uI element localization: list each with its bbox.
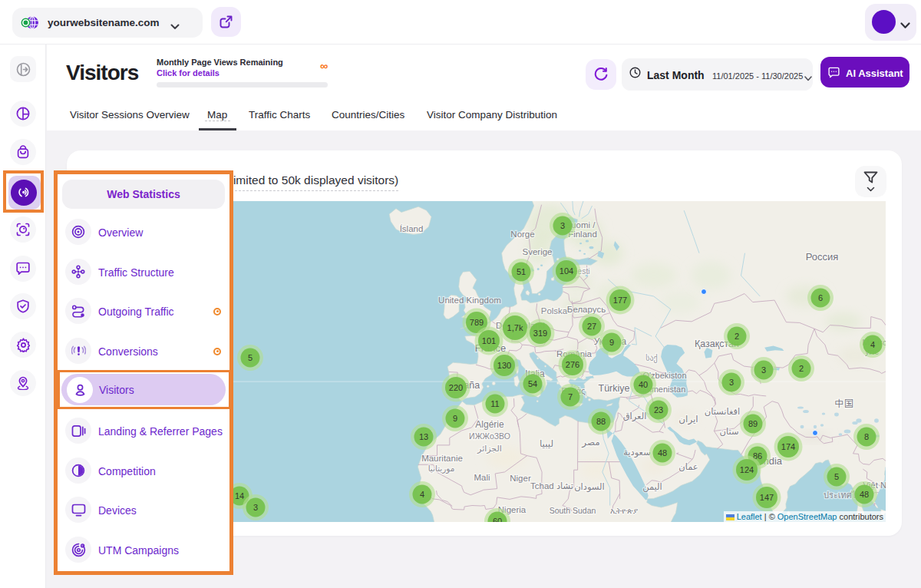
svg-text:افغانستان: افغانستان — [705, 407, 741, 417]
svg-text:101: 101 — [482, 336, 496, 345]
svg-text:789: 789 — [470, 318, 484, 327]
svg-text:مصر: مصر — [581, 437, 599, 448]
svg-text:88: 88 — [596, 417, 606, 426]
svg-text:United Kingdom: United Kingdom — [438, 296, 501, 305]
svg-text:ኢትዮጵያ: ኢትዮጵያ — [610, 506, 638, 515]
svg-text:48: 48 — [860, 490, 869, 499]
svg-text:ستان: ستان — [719, 427, 738, 437]
svg-text:Algérie: Algérie — [475, 419, 504, 430]
svg-text:1,7k: 1,7k — [507, 323, 523, 332]
svg-text:South Sudan: South Sudan — [550, 506, 596, 515]
svg-text:موريتانيا: موريتانيا — [428, 464, 455, 474]
svg-text:عمان: عمان — [678, 462, 698, 472]
svg-text:89: 89 — [748, 419, 758, 428]
svg-text:Türkiye: Türkiye — [599, 383, 630, 394]
svg-text:Sverige: Sverige — [523, 247, 553, 256]
svg-text:220: 220 — [449, 383, 463, 392]
svg-text:中国: 中国 — [835, 398, 854, 409]
svg-text:ليبيا: ليبيا — [540, 438, 553, 449]
svg-text:51: 51 — [517, 267, 526, 276]
svg-text:147: 147 — [760, 493, 774, 502]
svg-text:Niger: Niger — [510, 474, 531, 483]
svg-text:23: 23 — [654, 405, 663, 415]
svg-text:4: 4 — [420, 490, 424, 499]
svg-text:13: 13 — [419, 432, 428, 441]
svg-text:3: 3 — [761, 365, 766, 375]
svg-text:54: 54 — [528, 379, 537, 388]
svg-text:276: 276 — [566, 360, 579, 369]
svg-text:Ísland: Ísland — [400, 224, 424, 233]
svg-text:14: 14 — [235, 491, 244, 500]
svg-text:Беларусь: Беларусь — [567, 305, 606, 314]
svg-text:48: 48 — [658, 448, 667, 458]
svg-text:174: 174 — [781, 442, 795, 451]
svg-text:العراق: العراق — [623, 411, 647, 422]
svg-text:27: 27 — [587, 322, 596, 331]
svg-text:3: 3 — [560, 221, 565, 230]
svg-text:4: 4 — [870, 340, 875, 349]
svg-text:Mauritanie: Mauritanie — [421, 454, 463, 463]
svg-text:8: 8 — [864, 432, 869, 441]
svg-text:3: 3 — [253, 503, 258, 512]
svg-text:124: 124 — [740, 465, 754, 474]
svg-text:130: 130 — [497, 361, 511, 370]
svg-text:177: 177 — [613, 296, 627, 305]
svg-text:السودان: السودان — [574, 482, 605, 493]
svg-text:9: 9 — [609, 338, 614, 347]
svg-text:Norge: Norge — [510, 230, 534, 239]
svg-text:2: 2 — [799, 364, 804, 373]
svg-text:ایران: ایران — [678, 414, 698, 425]
svg-text:9: 9 — [453, 414, 457, 423]
svg-text:319: 319 — [533, 329, 547, 338]
svg-text:سعودية: سعودية — [623, 448, 651, 458]
svg-text:40: 40 — [639, 380, 648, 389]
svg-text:Россия: Россия — [806, 251, 839, 263]
svg-text:11: 11 — [490, 399, 499, 408]
svg-text:საქ: საქ — [645, 354, 657, 363]
svg-text:6: 6 — [818, 293, 823, 302]
svg-text:5: 5 — [248, 353, 253, 362]
svg-text:5: 5 — [834, 472, 839, 481]
svg-text:الجزائر: الجزائر — [477, 444, 502, 454]
svg-text:3: 3 — [729, 378, 734, 387]
svg-text:اليمن: اليمن — [642, 482, 662, 493]
svg-text:Polska: Polska — [541, 306, 568, 315]
svg-text:ИЖЖоЗВО: ИЖЖоЗВО — [469, 431, 510, 441]
svg-text:60: 60 — [493, 517, 502, 522]
svg-text:7: 7 — [568, 392, 573, 401]
svg-text:Tchad تشاد: Tchad تشاد — [530, 481, 573, 491]
svg-text:Mali: Mali — [474, 473, 490, 482]
svg-text:2: 2 — [734, 332, 739, 341]
svg-text:104: 104 — [560, 266, 573, 276]
